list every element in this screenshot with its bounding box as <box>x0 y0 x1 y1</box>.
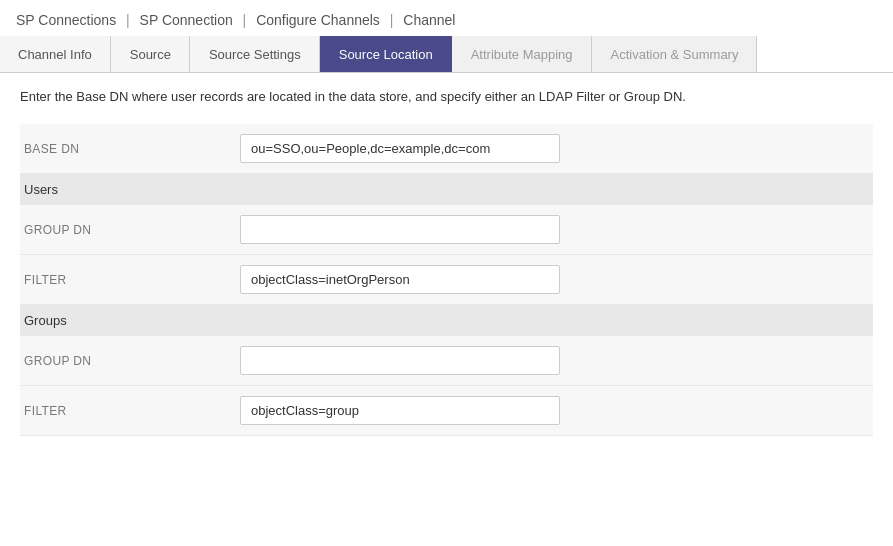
tab-channel-info[interactable]: Channel Info <box>0 36 111 72</box>
breadcrumb-item-sp-connections[interactable]: SP Connections <box>16 12 116 28</box>
breadcrumb-separator-2: | <box>243 12 247 28</box>
users-group-dn-row: GROUP DN <box>20 205 873 255</box>
breadcrumb-item-sp-connection[interactable]: SP Connection <box>140 12 233 28</box>
page-description: Enter the Base DN where user records are… <box>20 89 873 104</box>
base-dn-label: BASE DN <box>20 142 240 156</box>
breadcrumb-item-configure-channels[interactable]: Configure Channels <box>256 12 380 28</box>
base-dn-row: BASE DN <box>20 124 873 174</box>
breadcrumb-separator-1: | <box>126 12 130 28</box>
users-filter-input-wrapper <box>240 265 560 294</box>
groups-group-dn-row: GROUP DN <box>20 336 873 386</box>
base-dn-input-wrapper <box>240 134 560 163</box>
breadcrumb-item-channel[interactable]: Channel <box>403 12 455 28</box>
groups-filter-input-wrapper <box>240 396 560 425</box>
groups-section-header: Groups <box>20 305 873 336</box>
tab-attribute-mapping: Attribute Mapping <box>452 36 592 72</box>
breadcrumb: SP Connections | SP Connection | Configu… <box>0 0 893 36</box>
tab-source-location[interactable]: Source Location <box>320 36 452 72</box>
users-group-dn-input-wrapper <box>240 215 560 244</box>
groups-filter-row: FILTER <box>20 386 873 436</box>
groups-group-dn-input[interactable] <box>240 346 560 375</box>
users-filter-label: FILTER <box>20 273 240 287</box>
tab-activation-summary: Activation & Summary <box>592 36 758 72</box>
groups-filter-label: FILTER <box>20 404 240 418</box>
users-filter-row: FILTER <box>20 255 873 305</box>
tab-bar: Channel Info Source Source Settings Sour… <box>0 36 893 73</box>
users-filter-input[interactable] <box>240 265 560 294</box>
groups-filter-input[interactable] <box>240 396 560 425</box>
main-content: Enter the Base DN where user records are… <box>0 73 893 452</box>
users-group-dn-label: GROUP DN <box>20 223 240 237</box>
tab-source-settings[interactable]: Source Settings <box>190 36 320 72</box>
tab-source[interactable]: Source <box>111 36 190 72</box>
groups-group-dn-input-wrapper <box>240 346 560 375</box>
users-section-header: Users <box>20 174 873 205</box>
breadcrumb-separator-3: | <box>390 12 394 28</box>
groups-group-dn-label: GROUP DN <box>20 354 240 368</box>
users-group-dn-input[interactable] <box>240 215 560 244</box>
base-dn-input[interactable] <box>240 134 560 163</box>
